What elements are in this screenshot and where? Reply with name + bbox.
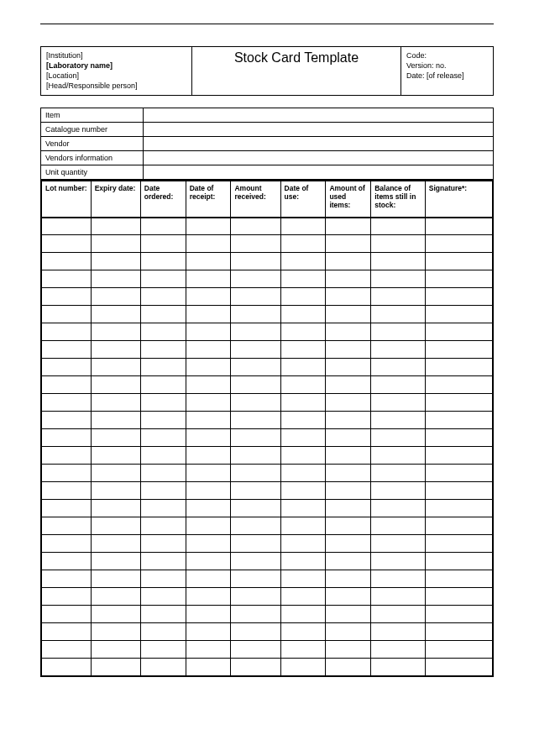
table-cell [326, 412, 371, 429]
table-cell [326, 500, 371, 517]
table-cell [425, 659, 493, 676]
table-cell [425, 253, 493, 270]
table-cell [280, 553, 326, 570]
table-row [41, 500, 493, 517]
table-cell [371, 535, 426, 553]
table-cell [186, 235, 231, 253]
table-cell [371, 606, 426, 623]
table-cell [140, 588, 186, 606]
table-cell [41, 429, 91, 447]
table-cell [91, 447, 140, 465]
table-cell [326, 447, 371, 465]
col-expiry-date: Expiry date: [91, 181, 140, 218]
table-cell [41, 323, 91, 341]
table-cell [371, 500, 426, 517]
table-cell [140, 447, 186, 465]
table-cell [41, 253, 91, 270]
table-cell [326, 270, 371, 288]
table-cell [41, 517, 91, 535]
table-cell [280, 288, 326, 306]
table-cell [326, 288, 371, 306]
table-cell [425, 517, 493, 535]
table-cell [280, 323, 326, 341]
table-row [41, 447, 493, 465]
table-cell [186, 447, 231, 465]
table-cell [231, 553, 280, 570]
table-cell [425, 218, 493, 235]
table-cell [91, 288, 140, 306]
table-cell [371, 588, 426, 606]
table-cell [41, 359, 91, 376]
table-cell [186, 412, 231, 429]
table-cell [41, 218, 91, 235]
table-cell [41, 535, 91, 553]
table-row [41, 323, 493, 341]
unit-quantity-value [144, 165, 494, 179]
table-cell [41, 376, 91, 394]
table-cell [41, 465, 91, 482]
table-cell [91, 606, 140, 623]
table-cell [326, 253, 371, 270]
table-cell [186, 588, 231, 606]
col-date-use: Date of use: [280, 181, 326, 218]
table-cell [371, 623, 426, 641]
table-cell [140, 500, 186, 517]
table-cell [91, 500, 140, 517]
table-cell [41, 288, 91, 306]
table-row [41, 482, 493, 500]
table-body [41, 218, 493, 676]
table-cell [41, 623, 91, 641]
table-cell [326, 341, 371, 359]
table-cell [91, 359, 140, 376]
document-title: Stock Card Template [192, 47, 401, 96]
table-cell [425, 641, 493, 659]
table-cell [140, 218, 186, 235]
table-cell [186, 623, 231, 641]
table-cell [186, 376, 231, 394]
table-cell [371, 394, 426, 412]
table-cell [371, 429, 426, 447]
table-cell [41, 570, 91, 588]
table-row [41, 641, 493, 659]
table-cell [280, 623, 326, 641]
table-cell [231, 447, 280, 465]
table-cell [371, 376, 426, 394]
table-cell [280, 500, 326, 517]
table-row [41, 659, 493, 676]
table-cell [186, 535, 231, 553]
table-cell [280, 394, 326, 412]
table-cell [91, 482, 140, 500]
table-cell [371, 659, 426, 676]
table-cell [326, 359, 371, 376]
table-cell [186, 553, 231, 570]
table-cell [326, 553, 371, 570]
table-cell [425, 553, 493, 570]
table-cell [231, 429, 280, 447]
table-cell [231, 500, 280, 517]
table-cell [91, 394, 140, 412]
table-cell [186, 641, 231, 659]
table-cell [186, 482, 231, 500]
table-row [41, 306, 493, 323]
table-header-row: Lot number: Expiry date: Date ordered: D… [41, 181, 493, 218]
table-cell [425, 429, 493, 447]
table-cell [371, 270, 426, 288]
table-cell [326, 517, 371, 535]
table-cell [91, 535, 140, 553]
table-cell [140, 323, 186, 341]
table-cell [326, 394, 371, 412]
table-cell [425, 341, 493, 359]
table-cell [280, 359, 326, 376]
table-cell [41, 588, 91, 606]
table-cell [91, 270, 140, 288]
table-cell [425, 570, 493, 588]
table-cell [231, 270, 280, 288]
table-cell [41, 341, 91, 359]
table-cell [326, 218, 371, 235]
table-cell [41, 394, 91, 412]
table-cell [425, 235, 493, 253]
table-cell [186, 253, 231, 270]
date-label: Date: [of release] [406, 71, 488, 81]
table-cell [186, 306, 231, 323]
table-cell [186, 517, 231, 535]
